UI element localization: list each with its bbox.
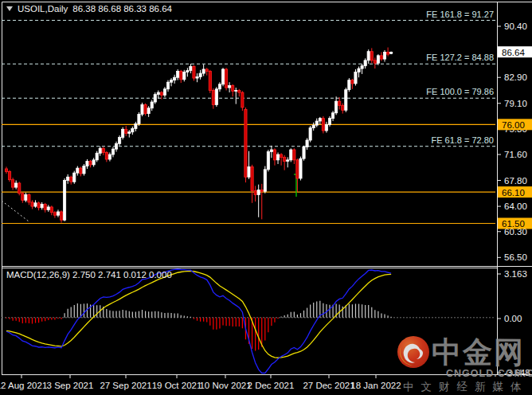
price-tick-label: 56.50 [504, 252, 527, 262]
macd-histogram [6, 301, 391, 351]
fib-extension-label: FE 100.0 = 79.86 [426, 87, 494, 96]
price-tag-label: 86.64 [502, 48, 525, 57]
watermark-brand-text: 中金网 [432, 338, 525, 367]
candles-layer [5, 48, 392, 223]
macd-scale-label: 0.00 [504, 314, 522, 323]
macd-scale-label: 3.163 [504, 269, 527, 279]
chevron-down-icon[interactable] [6, 6, 13, 11]
date-tick-label: 10 Nov 2021 [199, 381, 251, 390]
fib-extension-label: FE 61.8 = 72.80 [431, 135, 494, 145]
macd-main-line [6, 269, 391, 373]
watermark: 中金网 CNGOLD.COM.CN 中文财经新媒体 [397, 334, 532, 370]
price-pane[interactable]: FE 161.8 = 91.27FE 127.2 = 84.88FE 100.0… [2, 10, 495, 224]
watermark-domain-text: CNGOLD.COM.CN [446, 368, 532, 379]
fib-anchor-trendline[interactable] [2, 201, 29, 221]
date-tick-label: 19 Oct 2021 [152, 381, 202, 390]
watermark-tagline-text: 中文财经新媒体 [403, 380, 529, 394]
fib-extension-label: FE 127.2 = 84.88 [426, 53, 494, 62]
symbol-timeframe-label: USOIL,Daily [18, 4, 68, 14]
fib-extension-label: FE 161.8 = 91.27 [426, 10, 494, 19]
price-tag-label: 76.00 [502, 120, 525, 130]
date-tick-label: 3 Sep 2021 [47, 381, 94, 390]
macd-indicator-label: MACD(12,26,9) 2.750 2.741 0.012 0.000 [6, 270, 172, 280]
mt4-chart-window: FE 161.8 = 91.27FE 127.2 = 84.88FE 100.0… [0, 0, 532, 395]
chart-title-bar: USOIL,Daily 86.38 86.68 86.33 86.64 [6, 4, 172, 14]
price-tag-label: 61.50 [502, 219, 525, 229]
date-tick-label: 27 Sep 2021 [100, 381, 151, 390]
date-tick-label: 2 Dec 2021 [248, 381, 295, 390]
date-tick-label: 18 Jan 2022 [350, 381, 401, 390]
price-tick-label: 64.00 [504, 201, 527, 211]
price-tick-label: 79.10 [504, 99, 527, 108]
price-tick-label: 67.80 [504, 176, 527, 186]
price-tick-label: 71.60 [504, 150, 527, 159]
date-tick-label: 12 Aug 2021 [0, 381, 47, 390]
cngold-logo-icon [397, 334, 432, 370]
price-tick-label: 82.90 [504, 72, 527, 82]
date-tick-label: 27 Dec 2021 [303, 381, 354, 390]
time-axis[interactable]: 12 Aug 20213 Sep 202127 Sep 202119 Oct 2… [0, 374, 401, 390]
price-axis[interactable]: 90.4082.9079.1075.3071.6067.8064.0060.30… [497, 22, 532, 377]
ohlc-readout: 86.38 86.68 86.33 86.64 [72, 4, 172, 14]
macd-signal-line [6, 271, 391, 358]
price-tag-label: 66.10 [502, 188, 525, 198]
price-tick-label: 90.40 [504, 22, 527, 31]
